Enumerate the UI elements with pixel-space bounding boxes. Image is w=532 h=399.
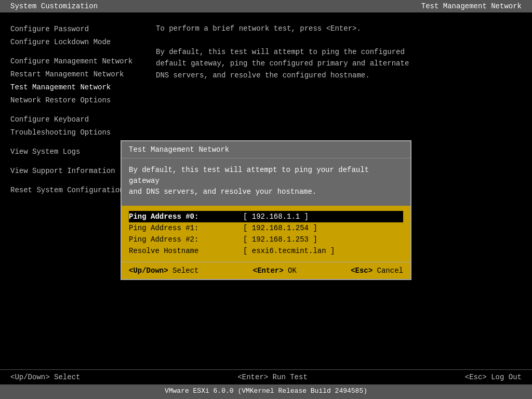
modal-cancel-label: Cancel	[377, 267, 403, 275]
top-bar: System Customization Test Management Net…	[0, 0, 532, 12]
spacer-2	[10, 107, 145, 113]
modal-desc-line1: By default, this test will attempt to pi…	[129, 165, 403, 187]
menu-network-restore[interactable]: Network Restore Options	[10, 94, 145, 107]
field-value-0: [ 192.168.1.1 ]	[243, 212, 403, 221]
right-line1: To perform a brief network test, press <…	[156, 23, 522, 34]
bottom-enter-hint: <Enter> Run Test	[237, 373, 307, 381]
bottom-esc-key: <Esc>	[465, 373, 487, 381]
modal-enter-key: <Enter>	[253, 267, 284, 275]
field-label-1: Ping Address #1:	[129, 224, 243, 232]
modal-field-row-2[interactable]: Ping Address #2:[ 192.168.1.253 ]	[129, 234, 403, 245]
right-line3: By default, this test will attempt to pi…	[156, 46, 522, 58]
modal-field-row-1[interactable]: Ping Address #1:[ 192.168.1.254 ]	[129, 222, 403, 234]
field-label-0: Ping Address #0:	[129, 212, 243, 221]
menu-configure-keyboard[interactable]: Configure Keyboard	[10, 113, 145, 126]
footer: VMware ESXi 6.0.0 (VMKernel Release Buil…	[0, 384, 532, 399]
modal-ok-hint: <Enter> OK	[253, 267, 297, 275]
bottom-logout-label: Log Out	[491, 373, 522, 381]
top-bar-left: System Customization	[10, 2, 98, 10]
modal-bottom-bar: <Up/Down> Select <Enter> OK <Esc> Cancel	[122, 262, 410, 279]
modal-updown-key: <Up/Down>	[129, 267, 168, 275]
modal-title: Test Management Network	[122, 141, 410, 158]
footer-text: VMware ESXi 6.0.0 (VMKernel Release Buil…	[165, 387, 367, 395]
modal-desc-line2: and DNS servers, and resolve your hostna…	[129, 187, 403, 197]
modal-field-row-3[interactable]: Resolve Hostname[ esxi6.tecmint.lan ]	[129, 245, 403, 257]
right-line4: default gateway, ping the configured pri…	[156, 58, 522, 69]
modal-description: By default, this test will attempt to pi…	[122, 158, 410, 206]
menu-configure-mgmt-network[interactable]: Configure Management Network	[10, 55, 145, 68]
bottom-esc-hint: <Esc> Log Out	[465, 373, 522, 381]
bottom-updown-key: <Up/Down>	[10, 373, 50, 381]
modal-ok-label: OK	[288, 267, 297, 275]
menu-test-mgmt-network[interactable]: Test Management Network	[10, 81, 145, 94]
field-value-3: [ esxi6.tecmint.lan ]	[243, 247, 403, 255]
menu-restart-mgmt-network[interactable]: Restart Management Network	[10, 68, 145, 81]
bottom-select-label: Select	[54, 373, 80, 381]
right-line5: DNS servers, and resolve the configured …	[156, 70, 522, 81]
modal-fields: Ping Address #0:[ 192.168.1.1 ]Ping Addr…	[122, 206, 410, 262]
field-value-1: [ 192.168.1.254 ]	[243, 224, 403, 232]
menu-configure-lockdown[interactable]: Configure Lockdown Mode	[10, 36, 145, 49]
bottom-run-test-label: Run Test	[273, 373, 308, 381]
spacer-1	[10, 49, 145, 55]
field-label-3: Resolve Hostname	[129, 247, 243, 255]
modal-field-row-0[interactable]: Ping Address #0:[ 192.168.1.1 ]	[129, 211, 403, 222]
bottom-bar: <Up/Down> Select <Enter> Run Test <Esc> …	[0, 369, 532, 384]
field-label-2: Ping Address #2:	[129, 235, 243, 244]
modal-cancel-hint: <Esc> Cancel	[351, 267, 403, 275]
menu-configure-password[interactable]: Configure Password	[10, 23, 145, 36]
field-value-2: [ 192.168.1.253 ]	[243, 235, 403, 244]
top-bar-right: Test Management Network	[421, 2, 522, 10]
modal-dialog: Test Management Network By default, this…	[121, 140, 411, 280]
bottom-updown-hint: <Up/Down> Select	[10, 373, 80, 381]
modal-esc-key: <Esc>	[351, 267, 373, 275]
modal-select-label: Select	[172, 267, 198, 275]
menu-troubleshooting[interactable]: Troubleshooting Options	[10, 126, 145, 139]
modal-updown-hint: <Up/Down> Select	[129, 267, 198, 275]
bottom-enter-key: <Enter>	[237, 373, 268, 381]
